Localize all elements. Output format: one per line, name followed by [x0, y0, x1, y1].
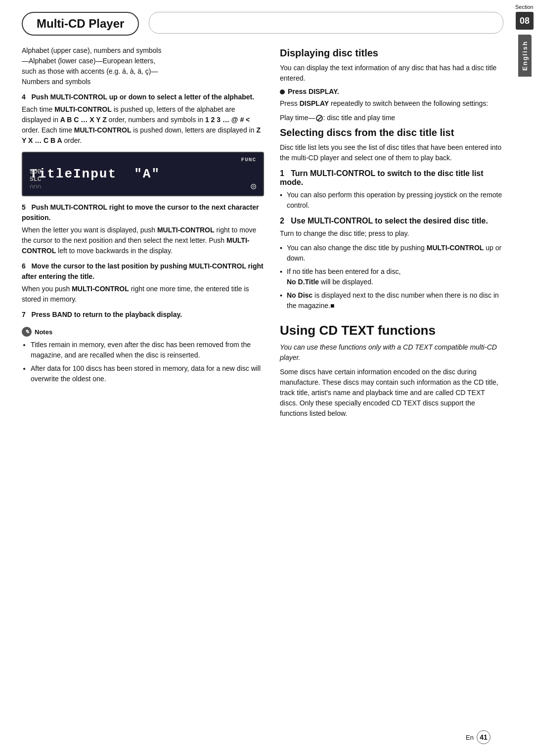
notes-list: Titles remain in memory, even after the …	[22, 340, 264, 384]
step2-bullet1: You can also change the disc title by pu…	[280, 243, 503, 264]
displaying-disc-titles-intro: You can display the text information of …	[280, 63, 503, 84]
language-tab: English	[518, 35, 532, 77]
notes-icon: ✎	[22, 327, 32, 337]
main-content: Multi-CD Player Alphabet (upper case), n…	[0, 0, 515, 756]
header-right-box	[149, 12, 503, 34]
display-sub: SUCSLC∩∩∩	[30, 168, 41, 190]
display-image: FUNC TitleInput "A" SUCSLC∩∩∩ ◎	[22, 152, 264, 196]
displaying-disc-titles-heading: Displaying disc titles	[280, 47, 503, 59]
step5-body: When the letter you want is displayed, p…	[22, 225, 264, 256]
header-row: Multi-CD Player	[22, 12, 503, 36]
press-display-item: Press DISPLAY.	[280, 88, 503, 95]
section-label: Section	[515, 0, 534, 10]
selecting-discs-intro: Disc title list lets you see the list of…	[280, 142, 503, 163]
page: Section 08 English Multi-CD Player Alpha…	[0, 0, 534, 756]
cd-text-section: Using CD TEXT functions You can use thes…	[280, 323, 503, 419]
step1-bullet1: You can also perform this operation by p…	[280, 190, 503, 211]
note-item-1: Titles remain in memory, even after the …	[31, 340, 264, 360]
right-column: Displaying disc titles You can display t…	[280, 45, 503, 423]
press-display-label: Press DISPLAY.	[288, 88, 339, 95]
cd-text-body: Some discs have certain information enco…	[280, 367, 503, 419]
selecting-step2-heading: 2 Use MULTI-CONTROL to select the desire…	[280, 217, 503, 225]
two-column-layout: Alphabet (upper case), numbers and symbo…	[22, 45, 503, 423]
play-time-setting: Play time—: disc title and play time	[280, 113, 503, 123]
left-column: Alphabet (upper case), numbers and symbo…	[22, 45, 264, 423]
step7-heading: 7 Press BAND to return to the playback d…	[22, 310, 264, 320]
cd-text-italic-intro: You can use these functions only with a …	[280, 342, 503, 363]
step1-bullets: You can also perform this operation by p…	[280, 190, 503, 211]
step6-heading: 6 Move the cursor to the last position b…	[22, 261, 264, 282]
page-num-box: 41	[477, 730, 490, 744]
step2-body: Turn to change the disc title; press to …	[280, 228, 503, 239]
step4-body: Each time MULTI-CONTROL is pushed up, le…	[22, 104, 264, 146]
nav-icon: ◎	[251, 180, 256, 191]
step2-bullet2: If no title has been entered for a disc,…	[280, 267, 503, 287]
step2-bullets: You can also change the disc title by pu…	[280, 243, 503, 311]
step6-body: When you push MULTI-CONTROL right one mo…	[22, 284, 264, 305]
func-label: FUNC	[241, 157, 256, 163]
notes-box: ✎ Notes Titles remain in memory, even af…	[22, 327, 264, 384]
cd-text-heading: Using CD TEXT functions	[280, 323, 503, 338]
page-title: Multi-CD Player	[22, 12, 139, 36]
step2-bullet3: No Disc is displayed next to the disc nu…	[280, 290, 503, 311]
selecting-step1-heading: 1 Turn MULTI-CONTROL to switch to the di…	[280, 169, 503, 187]
page-number: En 41	[466, 730, 490, 744]
section-number: 08	[516, 12, 534, 30]
step4-heading: 4 Push MULTI-CONTROL up or down to selec…	[22, 92, 264, 102]
intro-text: Alphabet (upper case), numbers and symbo…	[22, 45, 264, 87]
circle-dot	[280, 89, 285, 94]
notes-title: ✎ Notes	[22, 327, 264, 337]
step5-heading: 5 Push MULTI-CONTROL right to move the c…	[22, 202, 264, 223]
press-display-body: Press DISPLAY repeatedly to switch betwe…	[280, 98, 503, 109]
side-tab: Section 08 English	[515, 0, 534, 756]
note-item-2: After data for 100 discs has been stored…	[31, 363, 264, 384]
en-label: En	[466, 734, 474, 741]
selecting-discs-heading: Selecting discs from the disc title list	[280, 127, 503, 138]
display-text: TitleInput "A"	[30, 167, 160, 181]
